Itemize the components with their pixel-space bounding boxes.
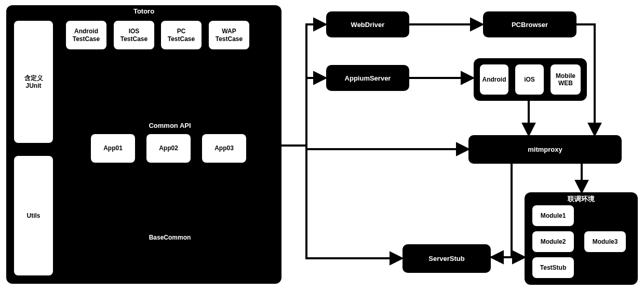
utils-box: Utils bbox=[14, 156, 53, 275]
webdriver-box: WebDriver bbox=[326, 11, 409, 37]
platform-android: Android bbox=[480, 64, 508, 95]
commonapi-app1: App01 bbox=[91, 134, 135, 163]
totoro-title: Totoro bbox=[133, 7, 154, 15]
basecommon-box: BaseCommon bbox=[82, 210, 258, 265]
testcase-pc: PC TestCase bbox=[161, 21, 202, 49]
env-module2: Module2 bbox=[532, 231, 574, 252]
platforms-container: Android iOS Mobile WEB bbox=[474, 58, 587, 101]
platform-ios: iOS bbox=[515, 64, 544, 95]
commonapi-container: Common API App01 App02 App03 bbox=[82, 120, 258, 174]
pcbrowser-box: PCBrowser bbox=[483, 11, 576, 37]
env-container: 联调环境 Module1 Module2 TestStub Module3 bbox=[525, 192, 638, 285]
appiumserver-box: AppiumServer bbox=[326, 65, 409, 91]
env-module3: Module3 bbox=[584, 231, 626, 252]
testcase-android: Android TestCase bbox=[66, 21, 106, 49]
serverstub-box: ServerStub bbox=[403, 244, 491, 273]
commonapi-app2: App02 bbox=[146, 134, 191, 163]
junit-box: 含定义 JUnit bbox=[14, 21, 53, 143]
env-teststub: TestStub bbox=[532, 257, 574, 278]
commonapi-app3: App03 bbox=[202, 134, 246, 163]
totoro-container: Totoro 含定义 JUnit Utils Android TestCase … bbox=[6, 5, 281, 284]
env-module1: Module1 bbox=[532, 205, 574, 226]
commonapi-title: Common API bbox=[149, 122, 191, 130]
env-title: 联调环境 bbox=[568, 194, 595, 204]
platform-mobileweb: Mobile WEB bbox=[551, 64, 581, 95]
testcase-wap: WAP TestCase bbox=[209, 21, 249, 49]
testcase-ios: IOS TestCase bbox=[114, 21, 154, 49]
mitmproxy-box: mitmproxy bbox=[468, 135, 622, 164]
